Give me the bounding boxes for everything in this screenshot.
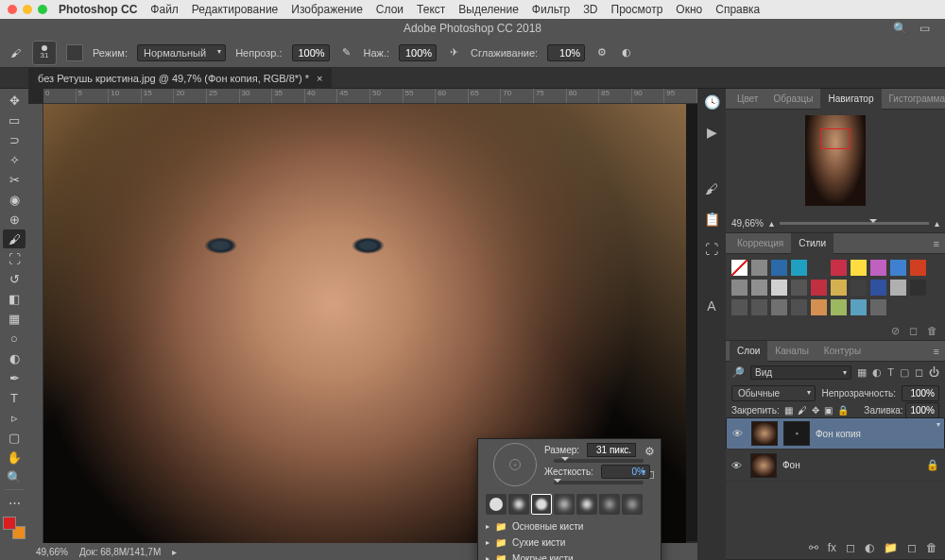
filter-shape-icon[interactable]: ▢ xyxy=(900,366,909,379)
brush-panel-toggle[interactable] xyxy=(66,44,83,61)
panel-tab-swatches[interactable]: Образцы xyxy=(765,89,820,110)
history-brush-tool[interactable]: ↺ xyxy=(3,269,26,288)
brush-tip[interactable] xyxy=(599,494,620,515)
brush-tip[interactable] xyxy=(622,494,643,515)
clone-source-icon[interactable]: ⛶ xyxy=(702,240,721,259)
eraser-tool[interactable]: ◧ xyxy=(3,289,26,308)
link-layers-icon[interactable]: ⚯ xyxy=(809,541,818,554)
filter-smart-icon[interactable]: ◻ xyxy=(915,366,923,379)
brush-folder[interactable]: ▸📁Мокрые кисти xyxy=(478,551,661,560)
character-panel-icon[interactable]: A xyxy=(702,297,721,315)
chevron-right-icon[interactable]: ▸ xyxy=(172,547,177,557)
style-swatch[interactable] xyxy=(771,280,787,296)
style-swatch[interactable] xyxy=(890,260,906,276)
layer-style-icon[interactable]: fx xyxy=(828,541,836,554)
menu-select[interactable]: Выделение xyxy=(458,3,519,16)
menu-help[interactable]: Справка xyxy=(715,3,760,16)
fill-input[interactable]: 100% xyxy=(905,402,939,418)
panel-menu-icon[interactable]: ≡ xyxy=(928,346,945,357)
flow-input[interactable]: 100% xyxy=(399,44,437,61)
style-swatch[interactable] xyxy=(771,260,787,276)
style-swatch[interactable] xyxy=(731,280,747,296)
history-panel-icon[interactable]: 🕓 xyxy=(702,93,721,111)
new-style-icon[interactable]: ◻ xyxy=(909,325,918,337)
navigator-viewport[interactable] xyxy=(820,128,850,149)
clear-style-icon[interactable]: ⊘ xyxy=(891,325,900,337)
lock-pixels-icon[interactable]: 🖌 xyxy=(798,405,807,416)
group-icon[interactable]: 📁 xyxy=(884,541,898,554)
delete-style-icon[interactable]: 🗑 xyxy=(927,325,937,336)
tab-close-icon[interactable]: × xyxy=(317,73,322,84)
lock-transparent-icon[interactable]: ▦ xyxy=(784,405,793,416)
style-swatch[interactable] xyxy=(850,260,867,276)
brush-tip[interactable] xyxy=(486,494,507,515)
panel-tab-styles[interactable]: Стили xyxy=(791,233,833,254)
nav-zoom-value[interactable]: 49,66% xyxy=(731,218,764,229)
layer-mask-icon[interactable]: ◻ xyxy=(846,541,855,554)
search-icon[interactable]: 🔍 xyxy=(893,22,907,35)
marquee-tool[interactable]: ▭ xyxy=(3,110,26,129)
style-swatch[interactable] xyxy=(831,299,847,315)
zoom-level[interactable]: 49,66% xyxy=(36,547,68,557)
lock-all-icon[interactable]: 🔒 xyxy=(837,405,849,416)
panel-tab-histogram[interactable]: Гистограмма xyxy=(882,89,946,110)
style-swatch[interactable] xyxy=(811,299,827,315)
blur-tool[interactable]: ○ xyxy=(3,329,26,348)
foreground-color[interactable] xyxy=(3,517,16,530)
brush-preset-picker[interactable]: 31 xyxy=(32,41,57,65)
ruler-horizontal[interactable]: 05101520253035404550556065707580859095 xyxy=(43,89,697,104)
app-name[interactable]: Photoshop CC xyxy=(59,3,137,16)
gradient-tool[interactable]: ▦ xyxy=(3,309,26,328)
airbrush-icon[interactable]: ✈ xyxy=(446,45,461,60)
pen-tool[interactable]: ✒ xyxy=(3,368,26,387)
lasso-tool[interactable]: ⊃ xyxy=(3,130,26,149)
style-swatch[interactable] xyxy=(850,280,867,296)
type-tool[interactable]: T xyxy=(3,388,26,407)
menu-window[interactable]: Окно xyxy=(676,3,702,16)
close-window-icon[interactable] xyxy=(8,5,17,14)
color-swatches[interactable] xyxy=(3,517,26,539)
size-input[interactable]: 31 пикс. xyxy=(587,443,636,457)
menu-file[interactable]: Файл xyxy=(150,3,179,16)
eyedropper-tool[interactable]: ◉ xyxy=(3,190,26,209)
visibility-icon[interactable]: 👁 xyxy=(731,460,745,471)
panel-tab-color[interactable]: Цвет xyxy=(730,89,765,110)
panel-menu-icon[interactable]: ≡ xyxy=(928,238,945,249)
move-tool[interactable]: ✥ xyxy=(3,91,26,110)
crop-tool[interactable]: ✂ xyxy=(3,170,26,189)
new-layer-icon[interactable]: ◻ xyxy=(907,541,917,554)
dodge-tool[interactable]: ◐ xyxy=(3,348,26,367)
zoom-tool[interactable]: 🔍 xyxy=(3,467,26,486)
style-swatch[interactable] xyxy=(890,280,906,296)
brush-folder[interactable]: ▸📁Сухие кисти xyxy=(478,535,661,551)
style-swatch[interactable] xyxy=(831,280,847,296)
clone-stamp-tool[interactable]: ⛶ xyxy=(3,249,26,268)
edit-toolbar[interactable]: ⋯ xyxy=(3,493,26,512)
lock-artboard-icon[interactable]: ▣ xyxy=(824,405,833,416)
style-swatch[interactable] xyxy=(910,280,926,296)
style-swatch[interactable] xyxy=(791,280,807,296)
spot-heal-tool[interactable]: ⊕ xyxy=(3,210,26,229)
brush-settings-icon[interactable]: 📋 xyxy=(702,210,721,229)
zoom-out-icon[interactable]: ▴ xyxy=(769,218,774,229)
menu-view[interactable]: Просмотр xyxy=(611,3,663,16)
brush-angle-control[interactable] xyxy=(493,443,537,486)
zoom-in-icon[interactable]: ▴ xyxy=(935,218,939,229)
panel-tab-paths[interactable]: Контуры xyxy=(816,341,868,362)
style-swatch[interactable] xyxy=(791,299,807,315)
style-swatch[interactable] xyxy=(751,260,767,276)
smoothing-options-icon[interactable]: ⚙ xyxy=(594,45,610,60)
layer-name[interactable]: Фон копия xyxy=(816,429,861,439)
shape-tool[interactable]: ▢ xyxy=(3,428,26,447)
brush-tool[interactable]: 🖌 xyxy=(3,229,26,248)
blend-mode-select[interactable]: Обычные xyxy=(731,385,816,401)
style-swatch[interactable] xyxy=(751,280,767,296)
actions-panel-icon[interactable]: ▶ xyxy=(702,123,721,142)
filter-adjust-icon[interactable]: ◐ xyxy=(872,366,882,379)
brush-tool-icon[interactable]: 🖌 xyxy=(8,45,23,60)
hand-tool[interactable]: ✋ xyxy=(3,448,26,467)
panel-tab-layers[interactable]: Слои xyxy=(730,341,767,362)
panel-tab-adjustments[interactable]: Коррекция xyxy=(730,233,791,254)
brush-tip[interactable] xyxy=(508,494,529,515)
panel-tab-navigator[interactable]: Навигатор xyxy=(820,89,881,110)
